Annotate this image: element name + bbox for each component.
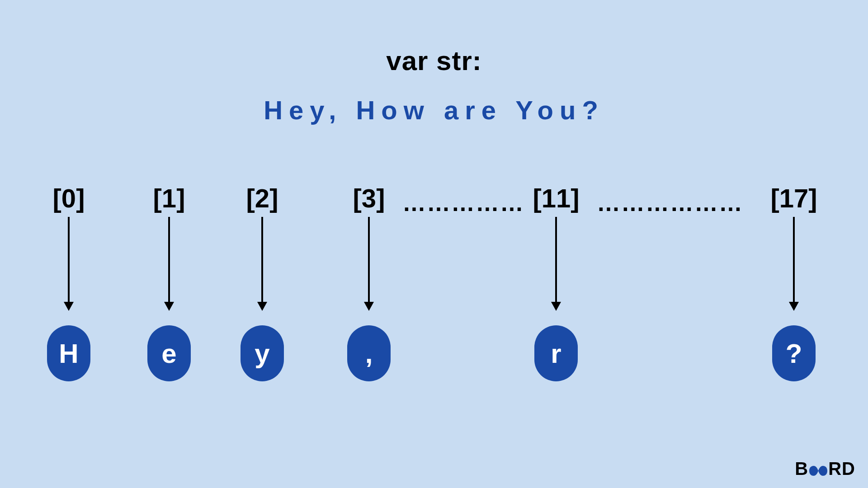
string-value: Hey, How are You? xyxy=(0,95,868,125)
char-pill-2: y xyxy=(241,325,284,381)
arrow-head-17 xyxy=(789,302,799,311)
board-logo: B RD xyxy=(795,459,855,479)
arrow-head-11 xyxy=(551,302,561,311)
arrow-line-0 xyxy=(68,217,70,303)
index-label-3: [3] xyxy=(353,183,385,213)
arrow-head-3 xyxy=(364,302,374,311)
index-label-2: [2] xyxy=(246,183,278,213)
char-pill-1: e xyxy=(147,325,191,381)
index-label-11: [11] xyxy=(533,183,579,213)
ellipsis-2: ……………… xyxy=(597,189,743,216)
arrow-line-2 xyxy=(261,217,263,303)
index-label-0: [0] xyxy=(53,183,85,213)
diagram-canvas: var str: Hey, How are You? [0] [1] [2] [… xyxy=(0,0,868,488)
infinity-icon xyxy=(808,464,828,478)
arrow-line-3 xyxy=(368,217,370,303)
var-title: var str: xyxy=(0,45,868,76)
logo-right: RD xyxy=(828,459,855,479)
char-pill-3: , xyxy=(347,325,391,381)
char-pill-0: H xyxy=(47,325,90,381)
ellipsis-1: …………… xyxy=(402,189,524,216)
index-label-1: [1] xyxy=(153,183,185,213)
logo-left: B xyxy=(795,459,808,479)
arrow-head-2 xyxy=(257,302,267,311)
arrow-line-17 xyxy=(793,217,795,303)
char-pill-17: ? xyxy=(772,325,816,381)
arrow-line-11 xyxy=(555,217,557,303)
index-label-17: [17] xyxy=(770,183,817,213)
arrow-head-0 xyxy=(64,302,74,311)
char-pill-11: r xyxy=(534,325,578,381)
arrow-head-1 xyxy=(164,302,174,311)
arrow-line-1 xyxy=(168,217,170,303)
